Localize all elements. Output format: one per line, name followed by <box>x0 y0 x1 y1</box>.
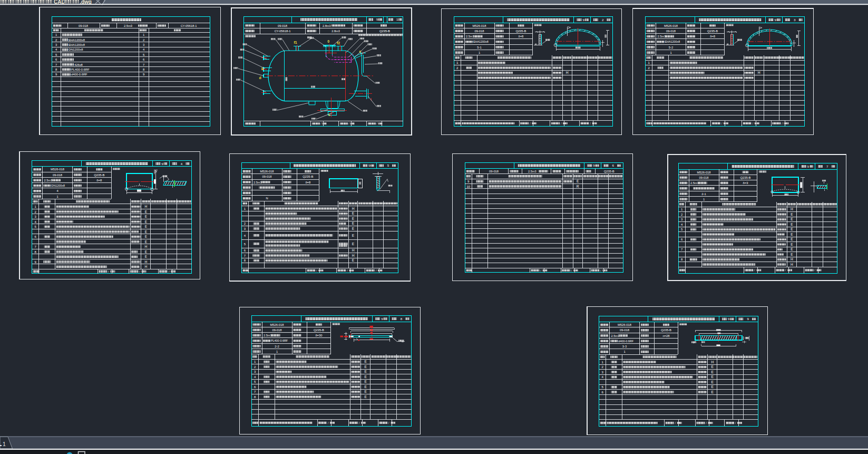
svg-text:4: 4 <box>181 162 183 166</box>
svg-text:E: E <box>352 258 355 262</box>
svg-text:E: E <box>145 210 148 214</box>
svg-text:M526-018: M526-018 <box>664 24 678 27</box>
svg-text:E: E <box>352 234 355 237</box>
svg-text:H: H <box>791 207 793 211</box>
svg-text:6: 6 <box>612 163 615 167</box>
svg-text:2: 2 <box>55 38 57 42</box>
svg-text:3: 3 <box>794 18 796 22</box>
svg-text:2.5m3: 2.5m3 <box>611 334 620 337</box>
svg-text:E: E <box>791 217 793 221</box>
svg-text:E: E <box>791 243 793 246</box>
svg-text:H: H <box>352 248 355 252</box>
svg-text:1: 1 <box>143 33 144 36</box>
svg-text:2.5m3: 2.5m3 <box>528 170 537 173</box>
svg-text:E: E <box>145 240 148 244</box>
svg-text:2.5m3: 2.5m3 <box>124 24 132 27</box>
svg-text:f2: f2 <box>337 41 340 45</box>
svg-text:d: d <box>259 76 261 80</box>
svg-text:f1: f1 <box>294 41 297 44</box>
svg-text:E: E <box>364 395 367 399</box>
svg-text:7: 7 <box>143 63 144 66</box>
svg-text:09-018: 09-018 <box>262 175 271 178</box>
svg-text:5-1: 5-1 <box>477 46 481 49</box>
svg-text:E: E <box>352 227 355 230</box>
svg-text:E: E <box>711 385 714 389</box>
svg-text:E: E <box>352 242 355 246</box>
svg-text:E: E <box>364 365 367 369</box>
svg-text:10: 10 <box>466 185 470 188</box>
svg-text:Q235-B: Q235-B <box>515 30 526 33</box>
svg-text:E: E <box>352 211 355 215</box>
svg-text:09-018: 09-018 <box>489 170 499 173</box>
svg-text:EHA1200x8: EHA1200x8 <box>665 40 680 43</box>
svg-text:9: 9 <box>807 165 810 168</box>
svg-text:9: 9 <box>161 162 163 166</box>
svg-text:Q235-B: Q235-B <box>94 173 104 177</box>
svg-text:E: E <box>577 179 579 183</box>
svg-text:H: H <box>144 265 147 268</box>
svg-text:E: E <box>352 217 355 220</box>
svg-text:E: E <box>791 237 793 241</box>
svg-text:Q235-B: Q235-B <box>303 175 313 178</box>
svg-text:7: 7 <box>826 165 828 168</box>
svg-text:E: E <box>791 227 793 231</box>
svg-text:E: E <box>364 380 367 383</box>
svg-text:9: 9 <box>376 17 378 21</box>
svg-text:1: 1 <box>55 33 57 36</box>
svg-text:2-2: 2-2 <box>275 345 279 348</box>
svg-text:2-1: 2-1 <box>701 192 706 196</box>
svg-text:9: 9 <box>368 163 370 167</box>
svg-text:2.5m3: 2.5m3 <box>690 181 699 185</box>
svg-text:E: E <box>711 370 714 374</box>
svg-text:6: 6 <box>143 58 144 61</box>
svg-text:1: 1 <box>623 350 625 353</box>
svg-text:8: 8 <box>55 68 57 71</box>
svg-text:R: R <box>577 185 579 188</box>
svg-text:DN1200x8: DN1200x8 <box>52 184 65 187</box>
svg-text:E: E <box>791 253 793 256</box>
svg-text:E: E <box>711 375 714 379</box>
svg-text:426x8: 426x8 <box>74 63 83 66</box>
svg-text:PL400-0.6RF: PL400-0.6RF <box>271 339 288 342</box>
svg-text:09-018: 09-018 <box>666 30 676 33</box>
svg-text:δ=8: δ=8 <box>518 35 523 38</box>
svg-text:8: 8 <box>143 68 144 71</box>
svg-text:2: 2 <box>143 38 144 42</box>
svg-text:09-018: 09-018 <box>79 24 88 27</box>
svg-text:09-018: 09-018 <box>620 329 629 332</box>
svg-text:M526-018: M526-018 <box>472 24 486 27</box>
svg-text:δ=8: δ=8 <box>96 179 102 182</box>
svg-text:E: E <box>711 390 714 394</box>
svg-text:E: E <box>364 375 367 379</box>
svg-text:3-3: 3-3 <box>622 345 627 348</box>
svg-text:E: E <box>145 250 148 254</box>
svg-text:H: H <box>144 260 147 264</box>
svg-text:9: 9 <box>582 18 584 22</box>
svg-text:09-018: 09-018 <box>53 173 62 177</box>
svg-text:E: E <box>711 380 714 384</box>
svg-text:δ=3: δ=3 <box>743 181 748 185</box>
svg-text:7: 7 <box>55 63 57 66</box>
svg-text:9: 9 <box>774 18 776 22</box>
svg-text:2.8m3: 2.8m3 <box>323 24 331 27</box>
svg-text:3: 3 <box>55 43 57 46</box>
svg-text:2.5m3: 2.5m3 <box>466 35 474 38</box>
svg-text:E: E <box>364 360 367 363</box>
svg-text:9: 9 <box>728 317 730 321</box>
svg-text:1: 1 <box>56 195 58 198</box>
svg-text:5: 5 <box>387 163 389 167</box>
svg-text:2.5m3: 2.5m3 <box>44 179 53 182</box>
svg-text:δ=30: δ=30 <box>315 334 322 337</box>
svg-text:1: 1 <box>670 51 671 54</box>
svg-text:δ=8: δ=8 <box>710 35 715 38</box>
svg-text:09-018: 09-018 <box>699 176 708 179</box>
svg-text:5-2: 5-2 <box>669 46 673 49</box>
svg-text:n=28: n=28 <box>662 334 669 337</box>
svg-text:d400-0.6RF: d400-0.6RF <box>71 73 87 76</box>
svg-text:2: 2 <box>602 18 604 22</box>
svg-text:Q235-B: Q235-B <box>314 329 324 332</box>
svg-text:E: E <box>145 235 148 238</box>
svg-text:Q235-B: Q235-B <box>661 329 671 332</box>
svg-text:09-018: 09-018 <box>278 24 287 27</box>
svg-text:E: E <box>364 390 367 393</box>
